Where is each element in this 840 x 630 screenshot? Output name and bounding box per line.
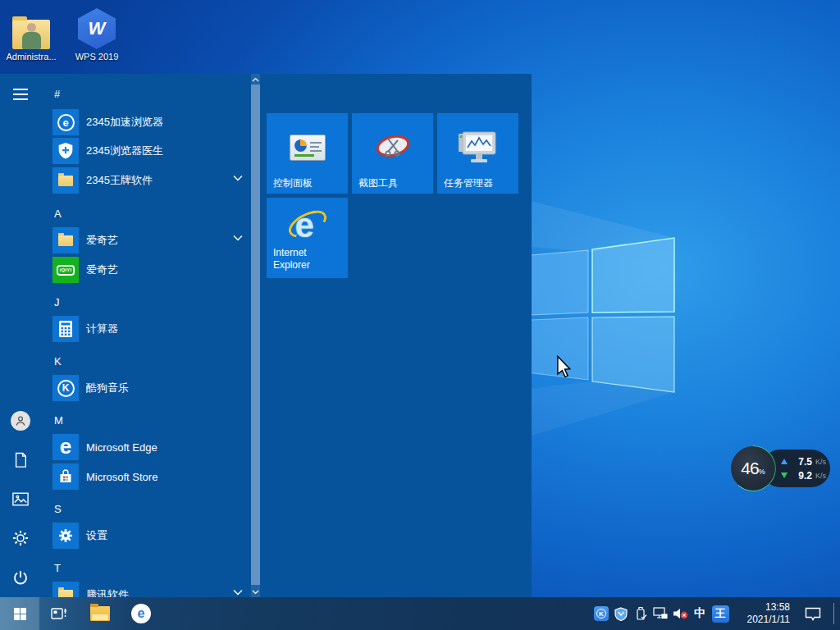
tile-control-panel[interactable]: 控制面板: [267, 113, 348, 194]
tray-time: 13:58: [765, 601, 790, 614]
file-explorer-button[interactable]: [85, 597, 115, 630]
shield-icon: [614, 607, 628, 621]
app-group-tencent-software[interactable]: 腾讯软件: [48, 582, 251, 597]
tray-usb-device[interactable]: [632, 597, 650, 630]
section-header-t[interactable]: T: [54, 562, 61, 577]
file-explorer-icon: [90, 606, 110, 621]
avatar-icon: [11, 411, 30, 431]
section-header-hash[interactable]: #: [54, 88, 60, 103]
2345-browser-taskbar-button[interactable]: e: [126, 597, 156, 630]
2345-browser-icon: e: [52, 109, 79, 135]
desktop: Administra... W WPS 2019 7.5 K/s 9.2 K/s: [0, 0, 840, 630]
task-view-icon: [51, 606, 67, 621]
settings-button[interactable]: [10, 527, 31, 549]
ime-indicator: 中: [694, 606, 705, 621]
app-item-2345-browser-doctor[interactable]: 2345浏览器医生: [48, 138, 251, 164]
desktop-icon-label: Administra...: [3, 52, 59, 62]
user-folder-icon: [3, 7, 59, 49]
folder-icon: [52, 167, 79, 194]
taskbar: e K: [0, 597, 840, 630]
tray-security-shield[interactable]: [612, 597, 630, 630]
app-item-calculator[interactable]: 计算器: [48, 316, 251, 342]
documents-button[interactable]: [10, 450, 31, 471]
wang-icon: 王: [712, 605, 729, 623]
section-header-j[interactable]: J: [54, 296, 60, 311]
power-icon: [12, 569, 29, 586]
folder-icon: [52, 582, 79, 597]
scroll-up-button[interactable]: [251, 74, 260, 84]
usage-percent: 46: [741, 459, 758, 478]
edge-icon: e: [52, 434, 79, 460]
tray-kugou[interactable]: K: [592, 597, 610, 630]
speaker-muted-icon: [673, 607, 689, 620]
snipping-tool-icon: [352, 126, 433, 169]
upload-arrow-icon: [781, 459, 788, 464]
chevron-down-icon[interactable]: [233, 589, 243, 596]
app-item-kugou-music[interactable]: K 酷狗音乐: [48, 375, 251, 401]
taskbar-clock[interactable]: 13:58 2021/1/11: [747, 597, 791, 630]
calculator-icon: [52, 316, 79, 342]
folder-icon: [52, 227, 79, 253]
app-item-microsoft-edge[interactable]: e Microsoft Edge: [48, 434, 251, 460]
app-list-scrollbar-thumb[interactable]: [251, 84, 260, 585]
settings-gear-icon: [52, 523, 79, 549]
desktop-icon-label: WPS 2019: [69, 52, 125, 62]
chevron-down-icon[interactable]: [233, 175, 243, 181]
kugou-tray-icon: K: [594, 606, 609, 621]
app-item-settings[interactable]: 设置: [48, 523, 251, 549]
network-icon: [653, 607, 668, 620]
pictures-button[interactable]: [10, 488, 31, 509]
app-group-iqiyi[interactable]: 爱奇艺: [48, 227, 251, 253]
chevron-up-icon: [252, 77, 259, 82]
hamburger-icon: [13, 89, 28, 100]
tray-2345-king[interactable]: 王: [710, 597, 730, 630]
user-account-button[interactable]: [10, 410, 31, 431]
store-icon: [52, 463, 79, 490]
memory-usage-gauge[interactable]: 46 %: [728, 444, 778, 493]
expand-menu-button[interactable]: [10, 84, 31, 105]
desktop-icon-administrator[interactable]: Administra...: [3, 7, 59, 62]
app-item-iqiyi[interactable]: iQIYI 爱奇艺: [48, 257, 251, 283]
app-group-2345-software[interactable]: 2345王牌软件: [48, 167, 251, 194]
tile-snipping-tool[interactable]: 截图工具: [352, 113, 433, 194]
kugou-icon: K: [52, 375, 79, 401]
section-header-k[interactable]: K: [54, 355, 62, 370]
tray-volume-muted[interactable]: [671, 597, 691, 630]
action-center-icon: [805, 607, 821, 621]
task-view-button[interactable]: [44, 597, 74, 630]
shield-plus-icon: [52, 138, 79, 164]
app-item-microsoft-store[interactable]: Microsoft Store: [48, 463, 251, 490]
power-button[interactable]: [10, 567, 31, 588]
browser-e-icon: e: [131, 604, 151, 623]
chevron-down-icon: [252, 590, 259, 595]
chevron-down-icon[interactable]: [233, 235, 243, 241]
download-arrow-icon: [781, 472, 788, 478]
tile-task-manager[interactable]: 任务管理器: [437, 113, 518, 194]
iqiyi-icon: iQIYI: [52, 257, 79, 283]
usb-icon: [635, 606, 647, 621]
wps-icon: W: [69, 7, 125, 49]
upload-row: 7.5 K/s: [781, 456, 830, 468]
download-row: 9.2 K/s: [781, 470, 830, 482]
tile-internet-explorer[interactable]: e Internet Explorer: [267, 198, 348, 278]
action-center-button[interactable]: [801, 597, 825, 630]
net-speed-widget[interactable]: 7.5 K/s 9.2 K/s 46 %: [728, 444, 832, 493]
show-desktop-divider[interactable]: [833, 603, 834, 624]
tray-date: 2021/1/11: [747, 614, 791, 626]
internet-explorer-icon: e: [267, 204, 348, 247]
start-button[interactable]: [0, 597, 39, 630]
section-header-s[interactable]: S: [54, 503, 62, 518]
desktop-icon-wps-2019[interactable]: W WPS 2019: [69, 7, 125, 62]
section-header-m[interactable]: M: [54, 414, 63, 429]
tray-network[interactable]: [651, 597, 669, 630]
scroll-down-button[interactable]: [251, 587, 260, 597]
control-panel-icon: [267, 126, 348, 169]
section-header-a[interactable]: A: [54, 208, 62, 222]
gear-icon: [12, 530, 29, 546]
app-item-2345-browser[interactable]: e 2345加速浏览器: [48, 109, 251, 135]
document-icon: [13, 452, 28, 468]
tray-ime-chinese[interactable]: 中: [692, 597, 708, 630]
task-manager-icon: [437, 126, 518, 169]
pictures-icon: [12, 492, 29, 506]
windows-logo-icon: [14, 608, 26, 620]
